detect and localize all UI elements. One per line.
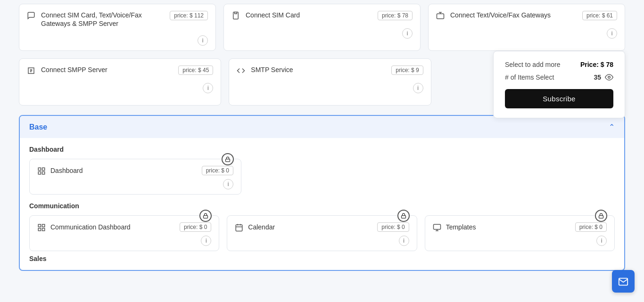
- communication-cards-row: Communication Dashboard price: $ 0 i: [29, 215, 615, 251]
- svg-point-2: [608, 76, 611, 79]
- sales-section-label: Sales: [29, 255, 615, 262]
- gateway-icon: [436, 11, 446, 21]
- svg-rect-12: [38, 228, 41, 230]
- card-smtp-service: SMTP Service price: $ 9 i: [229, 58, 431, 106]
- popup-items-value: 35: [594, 73, 613, 82]
- card-smtp-service-info[interactable]: i: [413, 83, 423, 93]
- eye-icon[interactable]: [605, 73, 613, 82]
- chevron-up-icon: ⌃: [609, 122, 615, 131]
- card-dashboard-title: Dashboard: [50, 166, 83, 175]
- card-connect-text-voice-fax-info[interactable]: i: [607, 28, 617, 39]
- card-templates-info[interactable]: i: [596, 236, 607, 246]
- templates-wrapper: Templates price: $ 0 i: [425, 215, 615, 251]
- card-dashboard: Dashboard price: $ 0 i: [29, 159, 241, 195]
- popup-items-label: # of Items Select: [505, 73, 554, 81]
- top-cards-row: Connect SIM Card, Text/Voice/Fax Gateway…: [0, 0, 644, 51]
- card-dashboard-price: price: $ 0: [202, 166, 233, 175]
- dashboard-section: Dashboard Dashboard: [29, 146, 615, 195]
- card-connect-sim-gateways-info[interactable]: i: [198, 35, 208, 46]
- card-communication-dashboard: Communication Dashboard price: $ 0 i: [29, 215, 219, 251]
- card-templates: Templates price: $ 0 i: [425, 215, 615, 251]
- smpp-icon: [27, 66, 36, 75]
- card-connect-sim-gateways-price: price: $ 112: [170, 11, 208, 20]
- subscribe-button[interactable]: Subscribe: [505, 89, 613, 108]
- dashboard-icon: [37, 166, 46, 175]
- base-section-header[interactable]: Base ⌃: [20, 116, 624, 138]
- base-section-content: Dashboard Dashboard: [20, 138, 624, 270]
- card-connect-smpp-server-info[interactable]: i: [203, 83, 213, 93]
- comm-dashboard-icon: [37, 223, 46, 231]
- card-communication-dashboard-title: Communication Dashboard: [50, 223, 131, 231]
- communication-section-label: Communication: [29, 202, 615, 210]
- calendar-icon: [235, 223, 243, 231]
- email-icon: [618, 275, 628, 287]
- page-wrapper: Connect SIM Card, Text/Voice/Fax Gateway…: [0, 0, 644, 302]
- svg-rect-1: [437, 14, 444, 19]
- svg-rect-3: [226, 159, 230, 162]
- card-communication-dashboard-price: price: $ 0: [180, 222, 211, 232]
- svg-rect-4: [38, 168, 41, 170]
- card-calendar-info[interactable]: i: [399, 236, 409, 246]
- card-communication-dashboard-info[interactable]: i: [201, 236, 211, 246]
- svg-rect-8: [204, 216, 208, 219]
- card-calendar-price: price: $ 0: [377, 222, 409, 232]
- svg-rect-10: [42, 224, 45, 227]
- card-connect-smpp-server-price: price: $ 45: [178, 65, 213, 75]
- popup-price: Price: $ 78: [580, 61, 613, 68]
- card-connect-sim-gateways: Connect SIM Card, Text/Voice/Fax Gateway…: [19, 4, 216, 51]
- card-calendar: Calendar price: $ 0 i: [227, 215, 417, 251]
- calendar-lock-icon: [397, 210, 410, 222]
- svg-rect-18: [599, 216, 603, 219]
- card-smtp-service-title: SMTP Service: [251, 65, 293, 74]
- calendar-wrapper: Calendar price: $ 0 i: [227, 215, 417, 251]
- card-dashboard-info[interactable]: i: [223, 179, 233, 189]
- communication-dashboard-wrapper: Communication Dashboard price: $ 0 i: [29, 215, 219, 251]
- base-section-title: Base: [29, 123, 47, 131]
- card-connect-text-voice-fax-title: Connect Text/Voice/Fax Gateways: [450, 11, 551, 19]
- card-connect-text-voice-fax: Connect Text/Voice/Fax Gateways price: $…: [428, 4, 625, 51]
- card-connect-sim-card: Connect SIM Card price: $ 78 i: [223, 4, 421, 51]
- svg-rect-0: [233, 12, 239, 19]
- templates-icon: [433, 223, 441, 231]
- communication-section: Communication: [29, 202, 615, 251]
- subscription-popup: Select to add more Price: $ 78 # of Item…: [493, 51, 625, 118]
- card-connect-text-voice-fax-price: price: $ 61: [582, 11, 617, 20]
- svg-rect-19: [433, 224, 440, 229]
- dashboard-card-wrapper: Dashboard price: $ 0 i: [29, 159, 241, 195]
- card-smtp-service-price: price: $ 9: [391, 65, 423, 75]
- popup-select-label: Select to add more: [505, 61, 561, 68]
- card-templates-title: Templates: [446, 223, 476, 231]
- email-float-button[interactable]: [612, 270, 635, 293]
- card-connect-sim-card-price: price: $ 78: [378, 11, 413, 20]
- smtp-icon: [237, 66, 246, 75]
- base-section: Base ⌃ Dashboard: [19, 115, 625, 271]
- card-connect-smpp-server-title: Connect SMPP Server: [41, 65, 107, 74]
- svg-rect-5: [42, 168, 45, 170]
- svg-rect-11: [42, 228, 45, 230]
- sim-icon: [231, 11, 241, 21]
- card-calendar-title: Calendar: [248, 223, 275, 231]
- chat-icon: [27, 11, 36, 21]
- svg-rect-13: [401, 216, 405, 219]
- svg-rect-7: [38, 171, 41, 174]
- dashboard-section-label: Dashboard: [29, 146, 615, 153]
- card-connect-smpp-server: Connect SMPP Server price: $ 45 i: [19, 58, 221, 106]
- svg-rect-9: [38, 224, 41, 227]
- card-connect-sim-card-title: Connect SIM Card: [246, 11, 300, 19]
- card-templates-price: price: $ 0: [575, 222, 607, 232]
- svg-rect-6: [42, 171, 45, 174]
- card-connect-sim-card-info[interactable]: i: [402, 28, 413, 39]
- svg-rect-14: [236, 225, 243, 231]
- card-connect-sim-gateways-title: Connect SIM Card, Text/Voice/Fax Gateway…: [41, 11, 170, 28]
